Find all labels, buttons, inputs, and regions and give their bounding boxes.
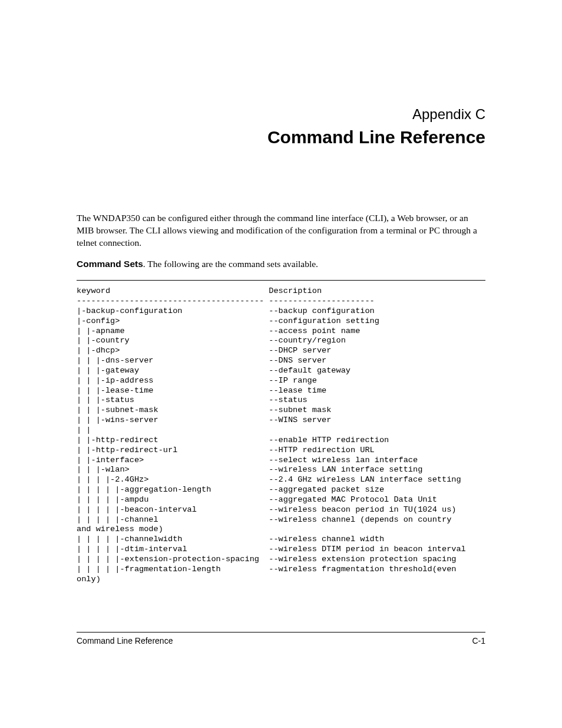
appendix-title: Command Line Reference bbox=[77, 127, 485, 147]
intro-paragraph-1: The WNDAP350 can be configured either th… bbox=[77, 212, 485, 249]
footer-row: Command Line Reference C-1 bbox=[77, 636, 485, 645]
footer-rule bbox=[77, 632, 485, 633]
intro-paragraph-2: Command Sets. The following are the comm… bbox=[77, 258, 485, 271]
command-sets-label: Command Sets bbox=[77, 259, 143, 269]
command-listing: keyword Description --------------------… bbox=[77, 286, 485, 584]
appendix-label: Appendix C bbox=[77, 106, 485, 123]
footer-right: C-1 bbox=[472, 636, 485, 645]
intro-block: The WNDAP350 can be configured either th… bbox=[77, 212, 485, 271]
footer-left: Command Line Reference bbox=[77, 636, 173, 645]
page-footer: Command Line Reference C-1 bbox=[77, 632, 485, 645]
page: Appendix C Command Line Reference The WN… bbox=[0, 0, 562, 728]
command-sets-text: The following are the command sets avail… bbox=[147, 259, 318, 269]
section-divider bbox=[77, 280, 485, 281]
